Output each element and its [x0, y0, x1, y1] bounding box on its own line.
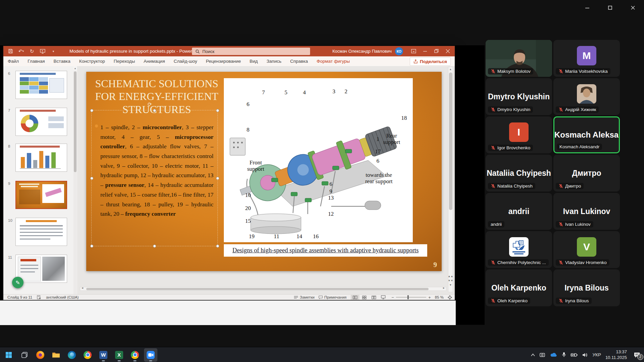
search-input[interactable]: Поиск	[192, 48, 310, 55]
participant-tile[interactable]: MMariia Voitsekhovska	[553, 40, 620, 77]
tab-Запись[interactable]: Запись	[262, 56, 286, 66]
excel-icon[interactable]: X	[112, 348, 126, 362]
ppt-minimize-icon[interactable]	[419, 46, 431, 56]
scroll-left-icon[interactable]: ◄	[80, 287, 85, 291]
share-button[interactable]: Поделиться	[410, 57, 451, 66]
participant-tile[interactable]: Oleh KarpenkoOleh Karpenko	[486, 269, 552, 306]
undo-icon[interactable]: ↶▾	[17, 47, 26, 55]
tab-Файл[interactable]: Файл	[3, 56, 23, 66]
tab-Вид[interactable]: Вид	[245, 56, 262, 66]
selection-handle[interactable]	[153, 109, 156, 112]
slide-thumbnail[interactable]: 9	[15, 181, 68, 209]
clock[interactable]: 13:37 10.11.2025	[605, 349, 627, 360]
vertical-scrollbar[interactable]: ▲ ▲▲▼▼▼	[448, 67, 453, 292]
spindle-diagram[interactable]: 7543261881Rearsupport176Frontsupporttowa…	[224, 78, 413, 242]
tab-Справка[interactable]: Справка	[286, 56, 312, 66]
participant-tile[interactable]: Nataliia ChyipeshNataliia Chyipesh	[486, 155, 552, 192]
onedrive-icon[interactable]	[550, 353, 557, 357]
normal-view-icon[interactable]	[351, 295, 359, 300]
participant-tile[interactable]: Kosmach Aleksa...Kosmach Aleksandr	[553, 116, 620, 153]
rotate-handle[interactable]: ⟳	[148, 101, 152, 107]
language-switcher[interactable]: УКР	[592, 352, 601, 357]
slide-text-box[interactable]: 1 – spindle, 2 – microcontroller, 3 – st…	[91, 110, 218, 246]
thumbnail-image[interactable]	[15, 108, 67, 136]
ribbon-display-options-icon[interactable]	[408, 46, 419, 56]
fit-to-window-icon[interactable]	[448, 295, 452, 300]
slide-thumbnail[interactable]: 10	[15, 218, 68, 246]
thumbnail-image[interactable]	[15, 144, 67, 172]
thumbnail-scrollbar[interactable]: ▲	[73, 66, 77, 294]
scroll-right-icon[interactable]: ►	[442, 287, 446, 291]
screen-share-icon[interactable]	[540, 353, 546, 357]
start-slideshow-icon[interactable]	[38, 47, 47, 55]
scroll-up-icon[interactable]: ▲	[73, 66, 77, 71]
slide-thumbnail[interactable]: 8	[15, 144, 68, 172]
tab-Конструктор[interactable]: Конструктор	[75, 56, 109, 66]
tab-Главная[interactable]: Главная	[23, 56, 49, 66]
notification-center-icon[interactable]: 2	[631, 349, 643, 361]
thumbnail-image[interactable]	[15, 255, 67, 283]
participant-tile[interactable]: andriiandrii	[486, 193, 552, 230]
thumbnail-image[interactable]	[15, 71, 67, 99]
selection-handle[interactable]	[216, 245, 219, 248]
thumbnail-image[interactable]	[15, 181, 67, 209]
zoom-slider[interactable]: − +	[392, 295, 431, 300]
selection-handle[interactable]	[216, 109, 219, 112]
redo-icon[interactable]: ↻	[28, 47, 36, 55]
chrome-icon[interactable]	[128, 348, 142, 362]
ppt-restore-icon[interactable]	[431, 46, 442, 56]
zoom-level[interactable]: 85 %	[435, 295, 444, 299]
tab-Переходы[interactable]: Переходы	[109, 56, 139, 66]
firefox-icon[interactable]	[34, 348, 47, 362]
notes-button[interactable]: Заметки	[294, 295, 314, 299]
battery-icon[interactable]	[571, 353, 578, 357]
participant-tile[interactable]: Dmytro KlyushinDmytro Klyushin	[486, 78, 552, 115]
proofing-icon[interactable]	[37, 295, 41, 299]
slide-sorter-icon[interactable]	[360, 295, 369, 300]
participant-tile[interactable]: ДмитроДмитро	[553, 155, 620, 192]
selection-handle[interactable]	[90, 109, 93, 112]
tab-Формат фигуры[interactable]: Формат фигуры	[312, 56, 354, 66]
tray-chevron-up-icon[interactable]	[531, 353, 535, 357]
microphone-icon[interactable]	[562, 352, 566, 358]
edge-icon[interactable]	[65, 348, 79, 362]
maximize-icon[interactable]	[605, 3, 615, 12]
zoom-slider-thumb[interactable]	[407, 295, 409, 299]
reading-view-icon[interactable]	[369, 295, 378, 300]
slide-thumbnail[interactable]: 6	[15, 71, 68, 99]
ppt-close-icon[interactable]	[442, 46, 453, 56]
customize-quick-access-icon[interactable]: ▾	[49, 47, 58, 55]
participant-tile[interactable]: IIgor Brovchenko	[486, 116, 552, 153]
slide-canvas[interactable]: SCHEMATIC SOLUTIONSFOR ENERGY-EFFICIENTS…	[86, 72, 442, 271]
participant-tile[interactable]: Андрій Хижняк	[553, 78, 620, 115]
task-view-icon[interactable]	[18, 348, 31, 362]
slide-thumbnail[interactable]: 7	[15, 108, 68, 136]
save-icon[interactable]	[6, 47, 15, 55]
slide-nav-buttons[interactable]: ▲▲▼▼▼	[448, 275, 453, 287]
close-icon[interactable]	[628, 3, 638, 12]
scrollbar-thumb[interactable]	[86, 288, 429, 290]
tab-Вставка[interactable]: Вставка	[49, 56, 75, 66]
participant-tile[interactable]: Chernihiv Polytechnic ...	[486, 231, 552, 268]
zoom-in-icon[interactable]: +	[428, 295, 431, 300]
scrollbar-thumb[interactable]	[74, 71, 77, 172]
comments-button[interactable]: Примечания	[318, 295, 346, 299]
tab-Рецензирование[interactable]: Рецензирование	[201, 56, 245, 66]
horizontal-scrollbar[interactable]: ◄ ►	[80, 287, 446, 291]
tab-Слайд-шоу[interactable]: Слайд-шоу	[169, 56, 201, 66]
thumbnail-image[interactable]	[15, 218, 67, 246]
participant-tile[interactable]: Iryna BilousIryna Bilous	[553, 269, 620, 306]
slide-body-text[interactable]: 1 – spindle, 2 – microcontroller, 3 – st…	[100, 122, 213, 219]
file-explorer-icon[interactable]	[49, 348, 63, 362]
account-avatar[interactable]: КО	[395, 47, 403, 55]
scrollbar-thumb[interactable]	[449, 72, 452, 210]
slide-thumbnail[interactable]: 11	[15, 255, 68, 283]
annotation-pencil-icon[interactable]: ✎	[12, 277, 23, 288]
zoom-out-icon[interactable]: −	[392, 295, 394, 300]
windows-start-icon[interactable]	[2, 348, 15, 362]
participant-tile[interactable]: VVladyslav Hromenko	[553, 231, 620, 268]
selection-handle[interactable]	[153, 245, 156, 248]
account-name[interactable]: Космач Олександр Павлович	[332, 49, 392, 54]
slideshow-icon[interactable]	[379, 295, 388, 300]
chrome-icon[interactable]	[81, 348, 94, 362]
